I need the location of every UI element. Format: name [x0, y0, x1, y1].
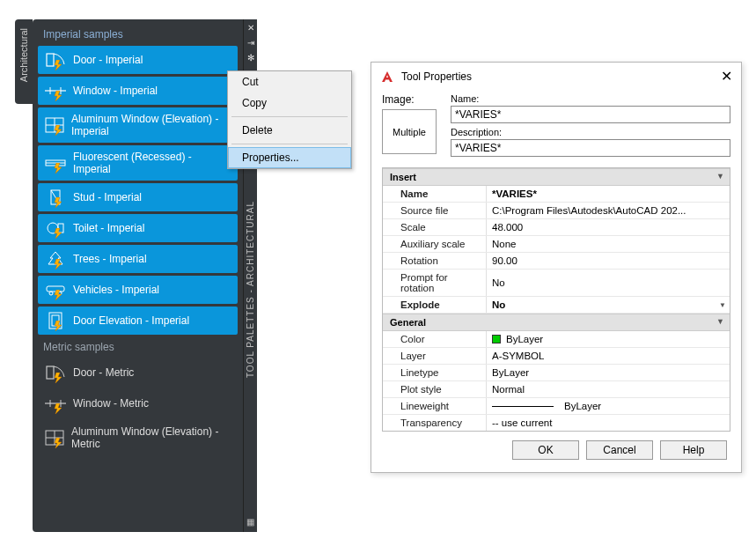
- close-icon[interactable]: ✕: [247, 23, 254, 33]
- ctx-separator: [231, 144, 348, 144]
- palette-body: Imperial samples Door - Imperial Window …: [33, 19, 257, 532]
- svg-point-14: [49, 292, 53, 295]
- ctx-properties[interactable]: Properties...: [228, 147, 351, 168]
- prop-row-transparency[interactable]: Transparency-- use current: [383, 415, 730, 431]
- chevron-down-icon[interactable]: ▼: [719, 301, 726, 309]
- cancel-button[interactable]: Cancel: [586, 440, 653, 460]
- dialog-title: Tool Properties: [401, 70, 472, 83]
- trees-icon: [45, 250, 66, 268]
- autocad-icon: [380, 70, 394, 84]
- tool-label: Door Elevation - Imperial: [73, 314, 189, 327]
- tool-item-toilet[interactable]: Toilet - Imperial: [38, 214, 238, 242]
- dialog-titlebar: Tool Properties ✕: [371, 63, 741, 90]
- name-field[interactable]: [451, 106, 730, 123]
- svg-rect-18: [47, 366, 54, 379]
- help-button[interactable]: Help: [660, 440, 727, 460]
- chevron-down-icon: ▼: [716, 172, 724, 181]
- prop-row-lineweight[interactable]: LineweightByLayer: [383, 398, 730, 415]
- properties-panel: Insert▼ Name*VARIES* Source fileC:\Progr…: [382, 167, 730, 432]
- color-swatch: [492, 335, 501, 343]
- image-preview[interactable]: Multiple: [382, 109, 437, 154]
- stud-icon: [45, 188, 66, 206]
- door-icon: [45, 51, 66, 69]
- prop-row-rotation[interactable]: Rotation90.00: [383, 253, 730, 270]
- chevron-down-icon: ▼: [716, 317, 724, 326]
- group-header-metric: Metric samples: [38, 337, 238, 358]
- prop-row-name[interactable]: Name*VARIES*: [383, 186, 730, 203]
- prop-row-color[interactable]: ColorByLayer: [383, 331, 730, 348]
- close-icon[interactable]: ✕: [721, 68, 732, 85]
- ok-button[interactable]: OK: [512, 440, 579, 460]
- palette-side-tab[interactable]: Architectural: [15, 19, 33, 104]
- tool-label: Vehicles - Imperial: [73, 284, 159, 296]
- tool-label: Stud - Imperial: [73, 191, 142, 203]
- prop-row-layer[interactable]: LayerA-SYMBOL: [383, 348, 730, 365]
- toilet-icon: [45, 219, 66, 237]
- prop-row-plotstyle[interactable]: Plot styleNormal: [383, 381, 730, 398]
- tool-palette: Architectural Imperial samples Door - Im…: [15, 19, 257, 532]
- window-icon: [45, 82, 66, 100]
- desc-field[interactable]: [451, 139, 730, 157]
- side-tab-label: Architectural: [18, 28, 29, 82]
- lineweight-preview: [492, 406, 554, 407]
- ctx-delete[interactable]: Delete: [228, 120, 351, 141]
- prop-row-auxscale[interactable]: Auxiliary scaleNone: [383, 236, 730, 253]
- tool-label: Trees - Imperial: [73, 253, 147, 265]
- image-label: Image:: [382, 93, 415, 106]
- prop-row-scale[interactable]: Scale48.000: [383, 219, 730, 236]
- palette-title: TOOL PALETTES - ARCHITECTURAL: [246, 201, 255, 378]
- fluorescent-icon: [45, 154, 66, 172]
- door-elev-icon: [45, 312, 66, 329]
- tool-label: Door - Imperial: [73, 54, 143, 66]
- tool-label: Aluminum Window (Elevation) - Metric: [71, 425, 231, 450]
- tool-label: Fluorescent (Recessed) - Imperial: [73, 151, 231, 175]
- grip-icon[interactable]: ▦: [246, 517, 254, 527]
- prop-row-explode[interactable]: ExplodeNo▼: [383, 297, 730, 314]
- prop-row-prompt[interactable]: Prompt for rotationNo: [383, 270, 730, 297]
- tool-item-fluorescent[interactable]: Fluorescent (Recessed) - Imperial: [38, 145, 238, 181]
- tool-item-window-metric[interactable]: Window - Metric: [38, 389, 238, 417]
- tool-label: Window - Imperial: [73, 85, 158, 97]
- context-menu: Cut Copy Delete Properties...: [227, 70, 352, 169]
- name-label: Name:: [451, 93, 730, 104]
- window-icon: [45, 395, 66, 412]
- desc-label: Description:: [451, 127, 730, 137]
- tool-item-door-metric[interactable]: Door - Metric: [38, 358, 238, 387]
- tool-item-stud[interactable]: Stud - Imperial: [38, 183, 238, 211]
- tool-label: Toilet - Imperial: [73, 222, 144, 234]
- tool-item-alum-window-metric[interactable]: Aluminum Window (Elevation) - Metric: [38, 420, 238, 455]
- ctx-separator: [231, 116, 348, 117]
- tool-item-door-elev[interactable]: Door Elevation - Imperial: [38, 307, 238, 335]
- ctx-copy[interactable]: Copy: [228, 92, 351, 114]
- group-header-imperial: Imperial samples: [38, 25, 238, 46]
- alum-window-icon: [45, 116, 64, 134]
- tool-item-vehicles[interactable]: Vehicles - Imperial: [38, 276, 238, 304]
- ctx-cut[interactable]: Cut: [228, 71, 351, 92]
- door-icon: [45, 364, 66, 381]
- vehicles-icon: [45, 281, 66, 299]
- tool-properties-dialog: Tool Properties ✕ Image: Multiple Name: …: [371, 62, 742, 473]
- tool-label: Aluminum Window (Elevation) - Imperial: [71, 113, 231, 137]
- settings-icon[interactable]: ✻: [247, 53, 254, 63]
- section-general[interactable]: General▼: [383, 314, 730, 331]
- tool-label: Door - Metric: [73, 366, 134, 379]
- tool-item-door[interactable]: Door - Imperial: [38, 46, 238, 74]
- tool-item-trees[interactable]: Trees - Imperial: [38, 245, 238, 273]
- alum-window-icon: [45, 429, 64, 447]
- palette-main: Imperial samples Door - Imperial Window …: [33, 19, 243, 532]
- tool-item-window[interactable]: Window - Imperial: [38, 77, 238, 105]
- svg-rect-0: [47, 54, 54, 66]
- prop-row-sourcefile[interactable]: Source fileC:\Program Files\Autodesk\Aut…: [383, 203, 730, 219]
- tool-label: Window - Metric: [73, 397, 149, 410]
- prop-row-linetype[interactable]: LinetypeByLayer: [383, 365, 730, 381]
- tool-item-alum-window[interactable]: Aluminum Window (Elevation) - Imperial: [38, 107, 238, 143]
- autohide-icon[interactable]: ⇥: [247, 38, 254, 48]
- section-insert[interactable]: Insert▼: [383, 168, 730, 186]
